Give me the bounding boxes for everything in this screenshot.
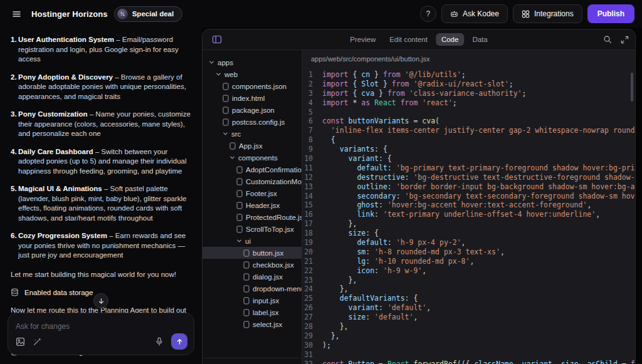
- code-line: 24 },: [302, 284, 635, 294]
- publish-button[interactable]: Publish: [587, 4, 634, 23]
- code-line: 18 size: {: [302, 229, 635, 238]
- file-icon: [229, 142, 236, 150]
- chevron-down-icon: [229, 155, 235, 160]
- enhance-prompt-button[interactable]: [33, 337, 42, 346]
- tab-preview[interactable]: Preview: [344, 33, 381, 46]
- file-icon: [223, 83, 229, 90]
- tree-item-select.jsx[interactable]: select.jsx: [203, 318, 302, 330]
- special-deal-badge[interactable]: Special deal: [114, 6, 182, 22]
- tree-item-CustomizationModa[interactable]: CustomizationModa: [203, 175, 302, 187]
- feature-item: 2.Pony Adoption & Discovery – Browse a g…: [11, 73, 191, 102]
- wand-icon: [33, 337, 42, 346]
- tree-item-ProtectedRoute.jsx[interactable]: ProtectedRoute.jsx: [203, 211, 302, 223]
- file-icon: [243, 261, 250, 269]
- tree-item-label.jsx[interactable]: label.jsx: [203, 306, 302, 318]
- code-line: 7 'inline-flex items-center justify-cent…: [302, 126, 635, 135]
- file-icon: [243, 273, 250, 281]
- file-tree: appswebcomponents.jsonindex.htmlpackage.…: [203, 50, 302, 358]
- tree-item-components.json[interactable]: components.json: [203, 80, 302, 92]
- integrations-label: Integrations: [534, 9, 574, 18]
- tree-item-ScrollToTop.jsx[interactable]: ScrollToTop.jsx: [203, 223, 302, 235]
- tree-item-dropdown-menu[interactable]: dropdown-menu: [203, 283, 302, 294]
- tree-item-postcss.config.js[interactable]: postcss.config.js: [203, 116, 302, 128]
- tree-item-label: dropdown-menu: [253, 285, 302, 293]
- code-line: 29 },: [302, 331, 635, 341]
- hamburger-menu-button[interactable]: [8, 5, 25, 23]
- tree-item-label: Footer.jsx: [246, 190, 277, 197]
- tree-item-components[interactable]: components: [203, 152, 302, 164]
- breadcrumb: apps/web/src/components/ui/button.jsx: [302, 50, 635, 68]
- tree-item-AdoptConfirmation[interactable]: AdoptConfirmation: [203, 164, 302, 175]
- tree-item-label: dialog.jsx: [253, 273, 283, 281]
- tree-item-label: package.json: [232, 107, 275, 114]
- code-line: 21 lg: 'h-10 rounded-md px-8',: [302, 257, 635, 266]
- expand-button[interactable]: [621, 36, 629, 44]
- tree-item-ui[interactable]: ui: [203, 235, 302, 247]
- tree-item-src[interactable]: src: [203, 128, 302, 140]
- tree-item-Footer.jsx[interactable]: Footer.jsx: [203, 187, 302, 199]
- chat-input[interactable]: [16, 322, 186, 331]
- export-code-button[interactable]: Export code: [203, 358, 302, 364]
- tree-item-apps[interactable]: apps: [203, 56, 302, 68]
- tree-item-label: ProtectedRoute.jsx: [246, 214, 302, 221]
- code-line: 26 variant: 'default',: [302, 303, 635, 313]
- search-button[interactable]: [603, 35, 612, 44]
- tree-item-label: components: [238, 154, 278, 162]
- file-icon: [223, 95, 229, 102]
- chevron-down-icon: [209, 60, 214, 65]
- ask-kodee-button[interactable]: Ask Kodee: [441, 4, 508, 23]
- code-scrollbar[interactable]: [631, 73, 633, 101]
- chevron-down-icon: [223, 131, 228, 137]
- scroll-to-bottom-button[interactable]: [93, 293, 108, 308]
- code-lines: 1import { cn } from '@/lib/utils';2impor…: [302, 70, 635, 364]
- code-line: 6const buttonVariants = cva(: [302, 117, 635, 126]
- tree-item-label: select.jsx: [253, 321, 282, 328]
- tree-item-checkbox.jsx[interactable]: checkbox.jsx: [203, 259, 302, 271]
- panel-toggle-button[interactable]: [209, 31, 225, 48]
- tab-data[interactable]: Data: [466, 33, 493, 46]
- code-line: 22 icon: 'h-9 w-9',: [302, 266, 635, 276]
- file-icon: [243, 285, 250, 293]
- tree-item-App.jsx[interactable]: App.jsx: [203, 140, 302, 152]
- kodee-icon: [450, 10, 458, 18]
- feature-list: 1.User Authentication System – Email/pas…: [11, 35, 191, 261]
- editor-panel: PreviewEdit contentCodeData appswebcompo…: [202, 29, 636, 364]
- feature-item: 6.Cozy Progression System – Earn rewards…: [11, 231, 191, 261]
- code-line: 12 destructive: 'bg-destructive text-des…: [302, 173, 635, 182]
- tree-item-Header.jsx[interactable]: Header.jsx: [203, 199, 302, 211]
- microphone-button[interactable]: [155, 337, 164, 346]
- arrow-up-icon: [176, 338, 183, 345]
- code-line: 19 default: 'h-9 px-4 py-2',: [302, 238, 635, 247]
- tab-edit-content[interactable]: Edit content: [384, 33, 433, 46]
- tree-item-package.json[interactable]: package.json: [203, 104, 302, 116]
- image-icon: [16, 337, 25, 346]
- tab-code[interactable]: Code: [436, 33, 465, 46]
- tree-item-index.html[interactable]: index.html: [203, 92, 302, 104]
- editor-header-actions: [603, 35, 629, 44]
- integrations-button[interactable]: Integrations: [513, 4, 582, 23]
- code-line: 5: [302, 108, 635, 117]
- send-button[interactable]: [171, 333, 187, 350]
- grid-icon: [522, 10, 530, 18]
- tree-item-label: Header.jsx: [246, 202, 280, 209]
- topbar: Hostinger Horizons Special deal ? Ask Ko…: [0, 0, 642, 28]
- discount-icon: [117, 9, 128, 19]
- code-line: 4import * as React from 'react';: [302, 98, 635, 108]
- tree-item-label: input.jsx: [253, 297, 279, 304]
- feature-title: Pony Adoption & Discovery: [18, 73, 113, 81]
- tree-item-input.jsx[interactable]: input.jsx: [203, 294, 302, 306]
- code-editor[interactable]: 1import { cn } from '@/lib/utils';2impor…: [302, 68, 635, 364]
- attach-image-button[interactable]: [16, 337, 25, 346]
- code-line: 28 },: [302, 322, 635, 331]
- tree-item-dialog.jsx[interactable]: dialog.jsx: [203, 271, 302, 283]
- tree-item-button.jsx[interactable]: button.jsx: [203, 247, 302, 259]
- code-line: 13 outline: 'border border-input bg-back…: [302, 182, 635, 192]
- feature-title: User Authentication System: [18, 36, 114, 43]
- chat-panel: 1.User Authentication System – Email/pas…: [0, 28, 202, 364]
- code-line: 25 defaultVariants: {: [302, 294, 635, 303]
- code-line: 31: [302, 350, 635, 360]
- code-line: 14 secondary: 'bg-secondary text-seconda…: [302, 192, 635, 201]
- tree-item-web[interactable]: web: [203, 68, 302, 80]
- file-icon: [223, 118, 229, 126]
- help-button[interactable]: ?: [420, 6, 436, 22]
